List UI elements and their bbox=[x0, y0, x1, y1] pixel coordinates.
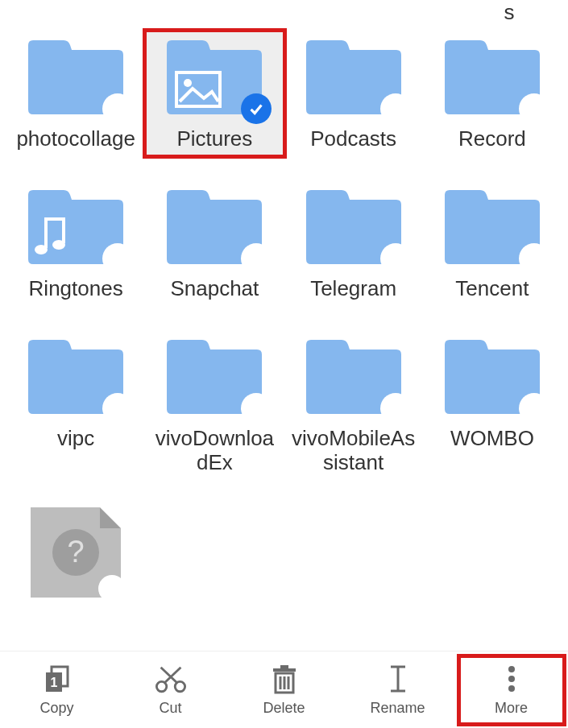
folder-label: WOMBO bbox=[450, 427, 534, 451]
scissors-icon bbox=[155, 663, 187, 695]
folder-icon bbox=[301, 333, 406, 419]
folder-icon bbox=[162, 184, 267, 269]
folder-label: Record bbox=[458, 127, 526, 151]
folder-label: vivoDownloadEx bbox=[150, 427, 279, 475]
selection-circle-icon[interactable] bbox=[98, 575, 126, 602]
selection-circle-icon[interactable] bbox=[241, 243, 272, 274]
selection-circle-icon[interactable] bbox=[102, 93, 133, 124]
rename-button[interactable]: Rename bbox=[346, 656, 450, 724]
cut-button[interactable]: Cut bbox=[118, 656, 223, 724]
unknown-file-item[interactable]: ? bbox=[6, 504, 145, 602]
folder-label: Ringtones bbox=[29, 277, 123, 301]
folder-item[interactable]: Pictures bbox=[145, 31, 284, 156]
folder-item[interactable]: Record bbox=[423, 31, 562, 156]
selection-circle-icon[interactable] bbox=[519, 93, 549, 124]
trash-icon bbox=[268, 663, 301, 695]
selection-circle-icon[interactable] bbox=[102, 393, 133, 424]
svg-point-24 bbox=[508, 676, 515, 682]
svg-point-1 bbox=[184, 79, 192, 87]
copy-icon: 1 bbox=[41, 663, 73, 695]
svg-text:1: 1 bbox=[50, 676, 57, 689]
svg-point-23 bbox=[508, 666, 515, 672]
unknown-file-icon: ? bbox=[31, 507, 121, 598]
selection-circle-icon[interactable] bbox=[102, 243, 133, 274]
svg-point-5 bbox=[35, 245, 48, 254]
svg-rect-15 bbox=[280, 665, 288, 668]
more-label: More bbox=[495, 700, 528, 717]
folder-icon bbox=[23, 184, 128, 269]
rename-label: Rename bbox=[370, 700, 425, 717]
selection-circle-icon[interactable] bbox=[519, 243, 549, 274]
folder-label: Pictures bbox=[176, 127, 252, 151]
bottom-toolbar: 1 Copy Cut Delete bbox=[0, 651, 568, 728]
folder-label: vipc bbox=[57, 427, 94, 451]
folder-icon bbox=[23, 333, 128, 419]
folder-icon bbox=[301, 184, 406, 269]
text-cursor-icon bbox=[382, 663, 414, 695]
svg-point-25 bbox=[508, 685, 515, 692]
folder-icon bbox=[162, 333, 267, 419]
folder-label: Telegram bbox=[310, 277, 396, 301]
folder-label: Snapchat bbox=[170, 277, 259, 301]
more-vertical-icon bbox=[495, 663, 528, 695]
folder-label: Tencent bbox=[455, 277, 529, 301]
partial-folder-label: s bbox=[453, 0, 566, 25]
folder-item[interactable]: photocollage bbox=[6, 31, 145, 156]
cut-label: Cut bbox=[159, 700, 181, 717]
more-button[interactable]: More bbox=[459, 656, 564, 724]
folder-item[interactable]: vivoMobileAssistant bbox=[284, 330, 423, 480]
folder-item[interactable]: Tencent bbox=[423, 180, 562, 306]
folder-item[interactable]: WOMBO bbox=[423, 330, 562, 480]
svg-point-6 bbox=[52, 240, 65, 250]
delete-label: Delete bbox=[263, 700, 305, 717]
svg-rect-4 bbox=[44, 217, 65, 221]
copy-button[interactable]: 1 Copy bbox=[5, 656, 110, 724]
folder-item[interactable]: Podcasts bbox=[284, 31, 423, 156]
svg-line-13 bbox=[160, 668, 176, 683]
folder-icon bbox=[440, 184, 545, 269]
folder-label: vivoMobileAssistant bbox=[289, 427, 418, 475]
svg-rect-2 bbox=[44, 217, 48, 248]
folder-item[interactable]: Snapchat bbox=[145, 180, 284, 306]
selection-circle-icon[interactable] bbox=[380, 93, 411, 124]
svg-rect-14 bbox=[273, 668, 296, 672]
svg-line-12 bbox=[164, 668, 180, 683]
folder-icon bbox=[440, 34, 545, 119]
delete-button[interactable]: Delete bbox=[232, 656, 337, 724]
svg-rect-3 bbox=[62, 217, 65, 243]
folder-label: Podcasts bbox=[310, 127, 396, 151]
selection-circle-icon[interactable] bbox=[380, 393, 411, 424]
copy-label: Copy bbox=[39, 700, 73, 717]
folder-item[interactable]: vipc bbox=[6, 330, 145, 480]
folder-item[interactable]: vivoDownloadEx bbox=[145, 330, 284, 480]
folder-icon bbox=[301, 34, 406, 119]
folder-label: photocollage bbox=[16, 127, 135, 151]
selection-circle-icon[interactable] bbox=[241, 393, 272, 424]
selection-circle-icon[interactable] bbox=[380, 243, 411, 274]
folder-grid: photocollagePicturesPodcastsRecordRingto… bbox=[0, 31, 568, 602]
checkmark-icon[interactable] bbox=[241, 93, 272, 124]
selection-circle-icon[interactable] bbox=[519, 393, 549, 424]
folder-item[interactable]: Telegram bbox=[284, 180, 423, 306]
folder-icon bbox=[162, 34, 267, 119]
folder-item[interactable]: Ringtones bbox=[6, 180, 145, 306]
folder-icon bbox=[440, 333, 545, 419]
folder-icon bbox=[23, 34, 128, 119]
